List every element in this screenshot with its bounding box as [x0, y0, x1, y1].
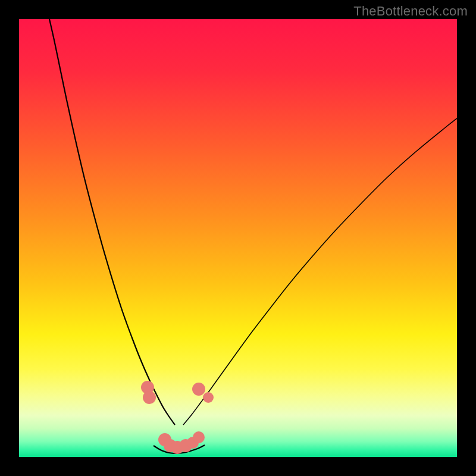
- left-curve: [49, 19, 175, 425]
- data-dot: [192, 383, 205, 396]
- data-dots: [141, 381, 214, 454]
- data-dot: [143, 391, 156, 404]
- plot-area: [19, 19, 457, 457]
- right-curve: [183, 118, 457, 425]
- watermark-text: TheBottleneck.com: [353, 4, 468, 19]
- curve-layer: [19, 19, 457, 457]
- data-dot: [203, 392, 214, 403]
- data-dot: [193, 431, 205, 443]
